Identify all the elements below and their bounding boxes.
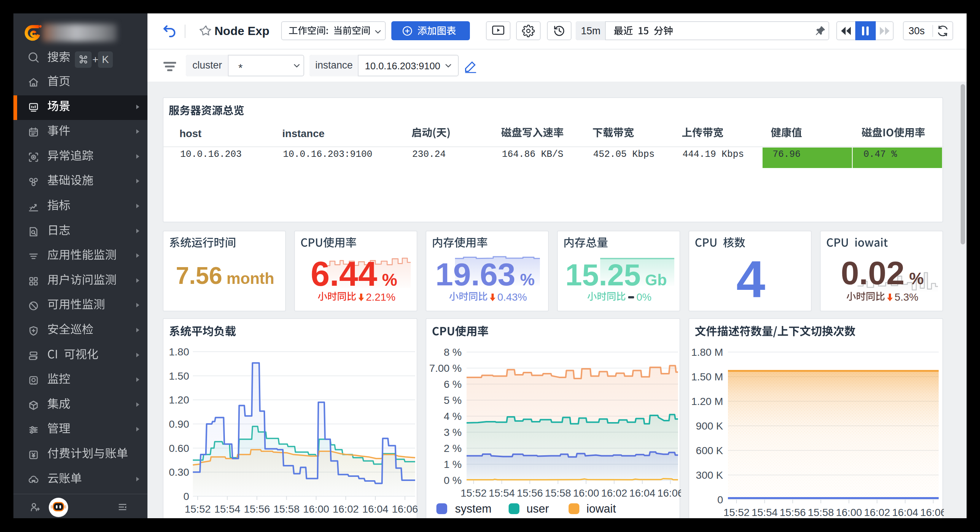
svg-text:0.30: 0.30 [169,467,189,478]
svg-text:iowait: iowait [586,502,616,515]
svg-text:16:02: 16:02 [601,487,627,499]
svg-text:16:00: 16:00 [303,503,329,515]
svg-text:8 %: 8 % [444,346,462,358]
svg-text:3 %: 3 % [444,427,462,438]
svg-text:16:06: 16:06 [657,487,681,499]
svg-text:15:52: 15:52 [185,503,211,515]
svg-text:16:06: 16:06 [392,503,418,515]
svg-text:1.50: 1.50 [169,370,189,382]
svg-text:15:52: 15:52 [724,507,749,518]
svg-text:15:58: 15:58 [808,507,834,518]
svg-text:1.20: 1.20 [169,394,189,406]
svg-text:6 %: 6 % [444,379,462,390]
svg-text:1.80 M: 1.80 M [691,346,723,358]
svg-text:15:56: 15:56 [244,503,270,515]
svg-text:0: 0 [183,491,189,502]
svg-text:16:00: 16:00 [836,507,862,518]
svg-text:1 %: 1 % [444,459,462,470]
svg-text:600 K: 600 K [696,445,723,456]
svg-text:16:04: 16:04 [892,507,918,518]
svg-text:0.90: 0.90 [169,418,189,430]
svg-text:15:54: 15:54 [751,507,778,518]
svg-text:15:56: 15:56 [517,487,543,499]
svg-text:15:52: 15:52 [461,487,487,499]
svg-text:16:04: 16:04 [362,503,388,515]
svg-text:16:02: 16:02 [332,503,359,515]
svg-text:1.80: 1.80 [169,346,189,358]
svg-text:15:56: 15:56 [780,507,806,518]
svg-text:0: 0 [717,494,723,505]
svg-text:15:58: 15:58 [273,503,299,515]
svg-text:16:02: 16:02 [864,507,890,518]
svg-text:1.50 M: 1.50 M [691,371,723,382]
svg-text:16:00: 16:00 [573,487,599,499]
svg-text:4 %: 4 % [444,411,462,422]
svg-text:5 %: 5 % [444,395,462,406]
svg-text:2 %: 2 % [444,443,462,454]
svg-text:900 K: 900 K [696,420,723,432]
svg-text:0 %: 0 % [444,475,462,486]
svg-text:16:04: 16:04 [629,487,655,499]
svg-text:7.00 %: 7.00 % [429,363,462,374]
svg-text:15:54: 15:54 [488,487,515,499]
svg-text:15:54: 15:54 [214,503,240,515]
svg-text:system: system [455,502,492,515]
svg-text:0.60: 0.60 [169,443,189,454]
svg-text:16:06: 16:06 [920,507,944,518]
svg-text:1.20 M: 1.20 M [691,396,723,407]
svg-text:user: user [527,502,549,515]
svg-text:300 K: 300 K [696,470,723,481]
svg-text:15:58: 15:58 [545,487,571,499]
